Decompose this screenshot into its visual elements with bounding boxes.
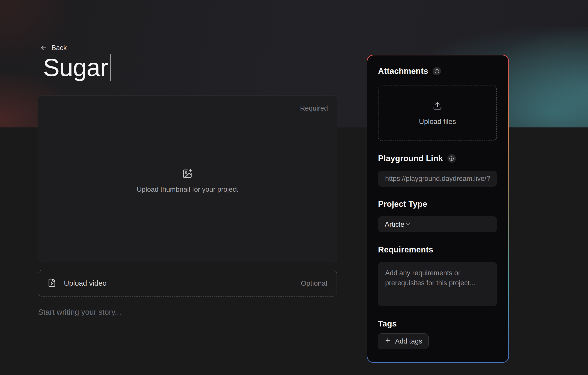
attachments-section-header: Attachments [378, 66, 497, 76]
requirements-title: Requirements [378, 245, 433, 254]
video-upload-label: Upload video [64, 279, 107, 287]
optional-badge: Optional [301, 279, 327, 287]
tags-section-header: Tags [378, 319, 497, 328]
thumbnail-upload-label: Upload thumbnail for your project [137, 186, 238, 194]
project-type-select[interactable]: Article [378, 216, 497, 232]
add-tags-button[interactable]: Add tags [378, 333, 429, 349]
project-type-title: Project Type [378, 199, 427, 209]
title-input[interactable]: Sugar [43, 53, 111, 82]
project-type-value: Article [385, 220, 404, 229]
back-button[interactable]: Back [40, 44, 67, 52]
chevron-down-icon [404, 220, 411, 228]
playground-title: Playground Link [378, 154, 443, 163]
plus-icon [384, 337, 391, 345]
upload-icon [433, 101, 442, 111]
image-plus-icon [182, 169, 192, 180]
text-caret [110, 54, 111, 81]
tags-title: Tags [378, 319, 397, 328]
project-editor-page: Back Sugar Required Upload thumbnail for… [0, 0, 588, 375]
upload-files-label: Upload files [419, 117, 456, 126]
required-badge: Required [300, 104, 328, 112]
attachments-info-icon[interactable] [432, 67, 441, 75]
playground-link-input[interactable] [378, 171, 497, 187]
arrow-left-icon [40, 44, 47, 52]
requirements-textarea[interactable] [378, 262, 497, 306]
playground-section-header: Playground Link [378, 154, 497, 163]
details-panel-gradient-border: Attachments Upload files Playground [367, 55, 509, 363]
story-editor[interactable]: Start writing your story... [38, 308, 121, 316]
project-type-section-header: Project Type [378, 199, 497, 209]
requirements-section-header: Requirements [378, 245, 497, 254]
details-panel: Attachments Upload files Playground [368, 55, 508, 362]
file-video-icon [47, 278, 56, 288]
playground-info-icon[interactable] [447, 154, 456, 163]
upload-files-dropzone[interactable]: Upload files [378, 85, 497, 141]
add-tags-label: Add tags [395, 337, 422, 345]
back-label: Back [52, 44, 67, 52]
title-text: Sugar [43, 53, 108, 82]
thumbnail-upload-area[interactable]: Required Upload thumbnail for your proje… [38, 95, 337, 262]
thumbnail-upload-hint: Upload thumbnail for your project [38, 169, 337, 194]
video-upload-area[interactable]: Upload video Optional [38, 270, 337, 297]
attachments-title: Attachments [378, 66, 428, 76]
